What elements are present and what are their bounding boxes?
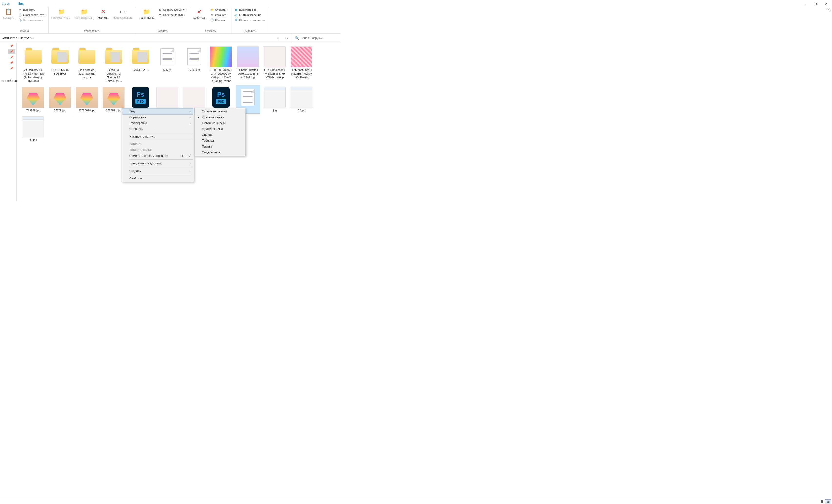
pin-icon[interactable]: 📌 [8, 44, 16, 48]
crumb-pc[interactable]: компьютер [2, 36, 17, 40]
ctx-refresh[interactable]: Обновить [123, 126, 193, 132]
easy-access-button[interactable]: 🗀Простой доступ▾ [157, 12, 188, 17]
view-list[interactable]: Список [195, 132, 245, 138]
new-item-button[interactable]: 🗋Создать элемент▾ [157, 7, 188, 12]
view-table[interactable]: Таблица [195, 138, 245, 143]
move-icon: 📁 [57, 8, 66, 16]
file-item[interactable]: 56789.jpg [48, 85, 72, 113]
invert-selection-button[interactable]: ▨Обратить выделение [233, 18, 267, 22]
pin-icon[interactable]: 📌 [8, 50, 16, 54]
edit-button[interactable]: ✎Изменить [209, 12, 229, 17]
open-icon: 📂 [210, 8, 214, 12]
copy-to-button[interactable]: 📁Копировать в▾ [74, 7, 95, 20]
ribbon: 📋 Вставить ✂Вырезать 📄Скопировать путь 📎… [0, 7, 340, 34]
ctx-properties[interactable]: Свойства [123, 176, 193, 181]
paste-button[interactable]: 📋 Вставить [2, 7, 16, 20]
history-dropdown[interactable]: ⌄ [275, 35, 282, 42]
thumbnail [290, 86, 312, 108]
cut-button[interactable]: ✂Вырезать [17, 7, 46, 12]
file-name: 02.jpg [297, 109, 305, 112]
file-item[interactable]: H7c40df0ccb3e47488ea3d55379a79b9ch.webp [263, 45, 286, 84]
chevron-right-icon: › [18, 36, 19, 39]
properties-button[interactable]: ✔Свойства▾ [192, 7, 207, 20]
file-item[interactable]: H2ff27b7f349c43efb28b874cc3b94e3bP.webp [290, 45, 313, 84]
file-item[interactable]: H0ba9d2dccffa49079fd1eb965f3a179a9.jpg [236, 45, 260, 84]
file-item[interactable]: .jpg [263, 85, 286, 113]
rename-button[interactable]: ▭Переименовать [112, 7, 134, 20]
separator [129, 159, 193, 160]
search-box[interactable]: 🔍 [292, 34, 339, 42]
refresh-button[interactable]: ⟳ [283, 35, 290, 42]
thumbnail [264, 46, 286, 68]
file-name: HTB188EIXea5K1Rjt_a0q6zGdVXa8.jpg_480x48… [210, 68, 232, 83]
ctx-create[interactable]: Создать› [123, 168, 193, 174]
thumbnail [290, 46, 312, 68]
thumbnail [76, 86, 98, 108]
pin-icon[interactable]: 📌 [8, 66, 16, 71]
sidebar-text: во всей пап [1, 72, 16, 83]
ctx-customize[interactable]: Настроить папку... [123, 134, 193, 139]
select-none-button[interactable]: ▧Снять выделение [233, 12, 267, 17]
breadcrumb[interactable]: компьютер › Загрузки › [2, 36, 273, 40]
ctx-paste-shortcut: Вставить ярлык [123, 147, 193, 153]
thumbnail [183, 46, 205, 68]
file-name: для прмьер 2017 эфекты текста [76, 68, 98, 79]
new-folder-button[interactable]: 📁Новая папка [138, 7, 155, 20]
ctx-group[interactable]: Группировка› [123, 120, 193, 126]
file-item[interactable]: РАЗОБРАТЬ [129, 45, 152, 84]
menu-share[interactable]: иться [0, 2, 11, 7]
file-item[interactable]: 555.txt [156, 45, 179, 84]
chevron-right-icon: › [190, 110, 191, 113]
file-item[interactable]: Фото на документы Профи 9.0 RePack (& ..… [102, 45, 125, 84]
file-item[interactable]: HTB188EIXea5K1Rjt_a0q6zGdVXa8.jpg_480x48… [209, 45, 233, 84]
file-name: Vit Registry Fix Pro 12.7 RePack (& Port… [22, 68, 44, 83]
file-name: 56789.jpg [54, 109, 66, 112]
pin-icon[interactable]: 📌 [8, 55, 16, 59]
view-small[interactable]: Мелкие значки [195, 126, 245, 132]
file-name: 765789...jpg [106, 109, 121, 112]
select-all-button[interactable]: ▦Выделить все [233, 7, 267, 12]
file-name: 555.txt [163, 68, 172, 72]
ctx-share[interactable]: Предоставить доступ к› [123, 160, 193, 166]
file-item[interactable]: для прмьер 2017 эфекты текста [75, 45, 99, 84]
pin-icon[interactable]: 📌 [8, 61, 16, 65]
file-item[interactable]: ПОВЕРБАНК ВОЗВРАТ [48, 45, 72, 84]
chevron-right-icon: › [190, 169, 191, 173]
ctx-sort[interactable]: Сортировка› [123, 114, 193, 120]
menu-view[interactable]: Вид [16, 2, 26, 7]
search-icon: 🔍 [295, 36, 299, 40]
history-icon: 🕐 [210, 18, 214, 22]
thumbnail: PsPSD [130, 86, 152, 108]
file-name: H2ff27b7f349c43efb28b874cc3b94e3bP.webp [291, 68, 312, 79]
delete-button[interactable]: ✕Удалить▾ [96, 7, 110, 20]
crumb-downloads[interactable]: Загрузки [20, 36, 32, 40]
file-item[interactable]: 765789.jpg [22, 85, 45, 113]
ctx-undo-rename[interactable]: Отменить переименованиеCTRL+Z [123, 153, 193, 159]
history-button[interactable]: 🕐Журнал [209, 18, 229, 22]
thumbnail: PsPSD [210, 86, 232, 108]
view-tiles[interactable]: Плитка [195, 143, 245, 150]
file-item[interactable]: 555 (1).txt [182, 45, 206, 84]
view-content[interactable]: Содержимое [195, 150, 245, 155]
file-item[interactable]: 03.jpg [22, 115, 45, 143]
ctx-view[interactable]: Вид› [123, 108, 193, 114]
open-button[interactable]: 📂Открыть▾ [209, 7, 229, 12]
view-huge[interactable]: Огромные значки [195, 108, 245, 114]
copy-path-button[interactable]: 📄Скопировать путь [17, 12, 46, 17]
group-label-organize: Упорядочить [51, 29, 134, 33]
paste-shortcut-button[interactable]: 📎Вставить ярлык [17, 18, 46, 22]
thumbnail [156, 46, 178, 68]
file-item[interactable]: 98765678.jpg [75, 85, 99, 113]
view-large[interactable]: •Крупные значки [195, 114, 245, 120]
file-item[interactable]: Vit Registry Fix Pro 12.7 RePack (& Port… [22, 45, 45, 84]
view-medium[interactable]: Обычные значки [195, 120, 245, 126]
clipboard-icon: 📋 [5, 8, 12, 16]
search-input[interactable] [300, 36, 339, 40]
file-item[interactable]: 02.jpg [290, 85, 313, 113]
invert-icon: ▨ [234, 18, 238, 22]
thumbnail [156, 86, 178, 108]
move-to-button[interactable]: 📁Переместить в▾ [51, 7, 73, 20]
thumbnail [22, 86, 44, 108]
file-name: H0ba9d2dccffa49079fd1eb965f3a179a9.jpg [237, 68, 259, 79]
copy-icon: 📁 [80, 8, 88, 16]
